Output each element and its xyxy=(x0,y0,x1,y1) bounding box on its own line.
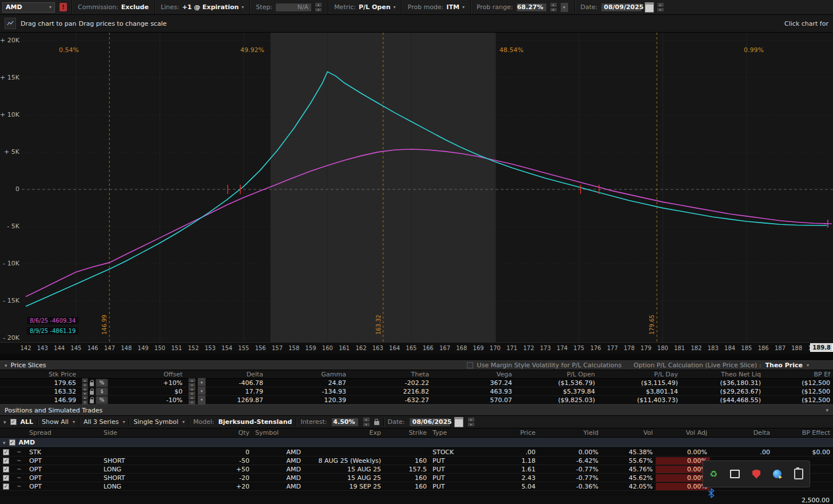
column-header[interactable]: Type xyxy=(430,429,487,436)
chart-divider xyxy=(0,354,833,360)
row-checkbox-cell: ✓ xyxy=(0,449,14,455)
column-header[interactable]: Vol Adj xyxy=(656,429,710,436)
calendar-icon[interactable] xyxy=(454,417,463,427)
row-checkbox[interactable]: ✓ xyxy=(3,458,9,464)
symbol-mode-dropdown[interactable]: Single Symbol xyxy=(133,418,178,426)
margin-style-checkbox[interactable] xyxy=(467,362,473,368)
analyze-risk-profile-window: AMD ▾ ! Commission: Exclude Lines: +1 @ … xyxy=(0,0,833,504)
column-header[interactable]: Side xyxy=(101,429,218,436)
positions-date-stepper[interactable]: ▴▾ xyxy=(467,417,475,427)
column-header[interactable]: Stk Price xyxy=(0,371,79,378)
price-slice-row[interactable]: 146.99▴▾%-10%▴▾▾1269.87120.39-632.27570.… xyxy=(0,396,833,404)
offset-unit-toggle[interactable]: $ xyxy=(96,387,108,396)
calc-value[interactable]: Theo Price xyxy=(765,362,803,369)
position-row[interactable]: ✓~STK0AMDSTOCK.000.00%45.38%0.00%.00$0.0… xyxy=(0,448,833,457)
column-header[interactable]: Delta xyxy=(710,429,773,436)
step-stepper[interactable]: ▴▾ xyxy=(315,2,322,12)
column-header[interactable]: P/L Open xyxy=(515,371,598,378)
date-stepper[interactable]: ▴▾ xyxy=(657,2,664,12)
offset-unit-toggle[interactable]: % xyxy=(96,396,108,404)
symbol-value: AMD xyxy=(252,457,304,465)
chevron-down-icon: ▾ xyxy=(122,419,125,424)
lock-icon[interactable] xyxy=(90,391,94,395)
price-slice-row[interactable]: 163.32▴▾$$0▴▾▾17.79-134.932216.82463.93$… xyxy=(0,387,833,396)
lines-value[interactable]: +1 @ Expiration xyxy=(182,3,239,11)
chart-mode-icon[interactable] xyxy=(5,18,16,29)
metric-value[interactable]: P/L Open xyxy=(359,3,390,11)
column-header[interactable]: BP Effect xyxy=(773,429,833,436)
sim-trade-cell: ~ xyxy=(14,466,26,473)
alert-icon[interactable]: ! xyxy=(60,3,67,11)
price-axis[interactable]: 1421431441451461471481491501511521531541… xyxy=(0,342,833,354)
stepper-control[interactable]: ▴▾ xyxy=(188,395,196,405)
collapse-chevron-icon[interactable]: ▾ xyxy=(5,363,7,368)
sim-trade-cell: ~ xyxy=(14,449,26,455)
stepper-control[interactable]: ▴▾ xyxy=(82,395,88,405)
column-header[interactable]: Price xyxy=(487,429,538,436)
sim-trade-cell: ~ xyxy=(14,475,26,481)
column-header[interactable]: P/L Day xyxy=(598,371,681,378)
window-icon[interactable] xyxy=(730,470,740,478)
column-header[interactable]: Exp xyxy=(304,429,384,436)
symbol-group-row[interactable]: ▾ ✓ AMD xyxy=(0,438,833,448)
column-header[interactable]: Yield xyxy=(538,429,601,436)
symbol-combo[interactable]: AMD ▾ xyxy=(2,2,55,13)
column-header[interactable]: Gamma xyxy=(266,371,349,378)
column-header[interactable]: Theta xyxy=(349,371,432,378)
row-checkbox[interactable]: ✓ xyxy=(3,475,9,481)
calendar-icon[interactable] xyxy=(645,2,654,13)
step-label: Step: xyxy=(256,3,272,11)
price-slice-row[interactable]: 179.65▴▾%+10%▴▾▾-406.7824.87-202.22367.2… xyxy=(0,379,833,387)
column-header[interactable]: Spread xyxy=(26,429,101,436)
risk-profile-chart[interactable]: 146.99163.32179.65 + 20K+ 15K+ 10K+ 5K0-… xyxy=(0,33,833,342)
column-header[interactable]: Qty xyxy=(218,429,252,436)
symbol-value: AMD xyxy=(252,474,304,482)
step-input[interactable]: N/A xyxy=(275,3,312,12)
model-value[interactable]: Bjerksund-Stensland xyxy=(218,418,292,426)
interest-stepper[interactable]: ▴▾ xyxy=(363,417,370,427)
step-group: Step: N/A ▴▾ xyxy=(249,0,328,14)
model-label: Model: xyxy=(193,418,215,426)
date-input[interactable]: 08/09/2025 xyxy=(601,3,642,12)
lock-icon[interactable] xyxy=(90,382,94,386)
lock-icon[interactable] xyxy=(90,399,94,403)
lock-icon[interactable] xyxy=(374,421,379,425)
row-checkbox[interactable]: ✓ xyxy=(3,483,9,490)
prob-mode-value[interactable]: ITM xyxy=(446,3,459,11)
recycle-icon[interactable]: ♻ xyxy=(709,470,717,479)
price-slice-label: 179.65 xyxy=(649,315,655,335)
prob-range-stepper[interactable]: ▴▾ xyxy=(550,2,557,12)
graphics-settings-icon[interactable] xyxy=(773,470,782,478)
collapse-chevron-icon[interactable]: ▾ xyxy=(3,440,6,446)
yield-value: -0.77% xyxy=(538,474,601,482)
all-checkbox[interactable]: ✓ xyxy=(10,419,17,425)
column-header[interactable]: Vega xyxy=(432,371,515,378)
shield-icon[interactable] xyxy=(752,470,760,479)
collapse-chevron-icon[interactable]: ▾ xyxy=(3,419,6,425)
collapse-chevron-icon[interactable]: ▾ xyxy=(826,407,828,413)
column-header[interactable]: Symbol xyxy=(252,429,304,436)
prob-range-input[interactable]: 68.27% xyxy=(516,3,547,12)
offset-unit-toggle[interactable]: % xyxy=(96,379,108,387)
prob-range-dropdown[interactable]: ▾ xyxy=(560,2,569,13)
interest-input[interactable]: 4.50% xyxy=(331,418,359,427)
pl-chart-canvas[interactable]: 146.99163.32179.65 xyxy=(0,33,833,342)
commission-value[interactable]: Exclude xyxy=(121,3,149,11)
clipboard-icon[interactable] xyxy=(794,469,803,479)
dropdown-button[interactable]: ▾ xyxy=(197,395,206,405)
bluetooth-icon[interactable] xyxy=(707,488,715,498)
column-header[interactable]: Vol xyxy=(601,429,656,436)
column-header[interactable]: Strike xyxy=(384,429,430,436)
column-header[interactable]: BP Ef xyxy=(764,371,833,378)
row-checkbox[interactable]: ✓ xyxy=(3,449,9,455)
show-all-dropdown[interactable]: Show All xyxy=(42,418,69,426)
chevron-down-icon: ▾ xyxy=(241,5,244,10)
group-checkbox[interactable]: ✓ xyxy=(9,439,15,446)
bp-eff-value: ($12,500 xyxy=(764,396,833,404)
positions-date-input[interactable]: 08/06/2025 xyxy=(409,418,450,427)
row-checkbox[interactable]: ✓ xyxy=(3,466,9,473)
column-header[interactable]: Delta xyxy=(211,371,266,378)
column-header[interactable]: Offset xyxy=(111,371,185,378)
column-header[interactable]: Theo Net Liq xyxy=(681,371,764,378)
series-dropdown[interactable]: All 3 Series xyxy=(84,418,118,426)
